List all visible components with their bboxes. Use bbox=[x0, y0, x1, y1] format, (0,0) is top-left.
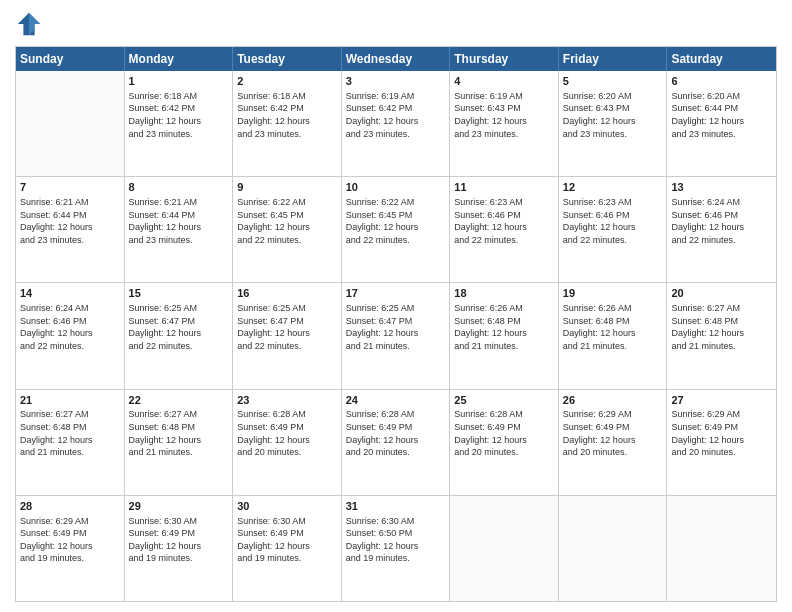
calendar-cell: 19Sunrise: 6:26 AMSunset: 6:48 PMDayligh… bbox=[559, 283, 668, 388]
day-info: Sunrise: 6:19 AMSunset: 6:43 PMDaylight:… bbox=[454, 90, 554, 140]
sunset-text: Sunset: 6:44 PM bbox=[671, 102, 772, 115]
sunset-text: Sunset: 6:42 PM bbox=[237, 102, 337, 115]
daylight-line1: Daylight: 12 hours bbox=[671, 434, 772, 447]
sunset-text: Sunset: 6:49 PM bbox=[671, 421, 772, 434]
day-number: 9 bbox=[237, 180, 337, 195]
header-day-thursday: Thursday bbox=[450, 47, 559, 71]
sunset-text: Sunset: 6:45 PM bbox=[346, 209, 446, 222]
daylight-line1: Daylight: 12 hours bbox=[237, 115, 337, 128]
day-info: Sunrise: 6:30 AMSunset: 6:49 PMDaylight:… bbox=[129, 515, 229, 565]
daylight-line1: Daylight: 12 hours bbox=[454, 115, 554, 128]
sunset-text: Sunset: 6:48 PM bbox=[563, 315, 663, 328]
daylight-line2: and 23 minutes. bbox=[237, 128, 337, 141]
daylight-line1: Daylight: 12 hours bbox=[563, 434, 663, 447]
daylight-line1: Daylight: 12 hours bbox=[671, 115, 772, 128]
sunset-text: Sunset: 6:43 PM bbox=[454, 102, 554, 115]
daylight-line2: and 23 minutes. bbox=[346, 128, 446, 141]
calendar-cell: 8Sunrise: 6:21 AMSunset: 6:44 PMDaylight… bbox=[125, 177, 234, 282]
day-info: Sunrise: 6:21 AMSunset: 6:44 PMDaylight:… bbox=[20, 196, 120, 246]
sunrise-text: Sunrise: 6:30 AM bbox=[346, 515, 446, 528]
daylight-line1: Daylight: 12 hours bbox=[20, 434, 120, 447]
daylight-line1: Daylight: 12 hours bbox=[129, 115, 229, 128]
sunset-text: Sunset: 6:44 PM bbox=[20, 209, 120, 222]
calendar-cell: 11Sunrise: 6:23 AMSunset: 6:46 PMDayligh… bbox=[450, 177, 559, 282]
calendar-cell: 31Sunrise: 6:30 AMSunset: 6:50 PMDayligh… bbox=[342, 496, 451, 601]
day-info: Sunrise: 6:22 AMSunset: 6:45 PMDaylight:… bbox=[237, 196, 337, 246]
daylight-line2: and 20 minutes. bbox=[237, 446, 337, 459]
sunrise-text: Sunrise: 6:26 AM bbox=[454, 302, 554, 315]
daylight-line2: and 22 minutes. bbox=[346, 234, 446, 247]
daylight-line1: Daylight: 12 hours bbox=[671, 221, 772, 234]
daylight-line2: and 20 minutes. bbox=[563, 446, 663, 459]
daylight-line2: and 22 minutes. bbox=[671, 234, 772, 247]
day-number: 20 bbox=[671, 286, 772, 301]
day-number: 28 bbox=[20, 499, 120, 514]
day-info: Sunrise: 6:20 AMSunset: 6:44 PMDaylight:… bbox=[671, 90, 772, 140]
calendar-cell: 7Sunrise: 6:21 AMSunset: 6:44 PMDaylight… bbox=[16, 177, 125, 282]
daylight-line2: and 21 minutes. bbox=[346, 340, 446, 353]
day-info: Sunrise: 6:29 AMSunset: 6:49 PMDaylight:… bbox=[20, 515, 120, 565]
sunrise-text: Sunrise: 6:29 AM bbox=[563, 408, 663, 421]
sunrise-text: Sunrise: 6:18 AM bbox=[129, 90, 229, 103]
day-info: Sunrise: 6:28 AMSunset: 6:49 PMDaylight:… bbox=[346, 408, 446, 458]
day-number: 10 bbox=[346, 180, 446, 195]
daylight-line1: Daylight: 12 hours bbox=[237, 540, 337, 553]
daylight-line2: and 20 minutes. bbox=[454, 446, 554, 459]
sunrise-text: Sunrise: 6:30 AM bbox=[237, 515, 337, 528]
daylight-line2: and 23 minutes. bbox=[129, 234, 229, 247]
day-number: 4 bbox=[454, 74, 554, 89]
sunrise-text: Sunrise: 6:27 AM bbox=[129, 408, 229, 421]
calendar-row-3: 14Sunrise: 6:24 AMSunset: 6:46 PMDayligh… bbox=[16, 282, 776, 388]
sunrise-text: Sunrise: 6:26 AM bbox=[563, 302, 663, 315]
daylight-line2: and 19 minutes. bbox=[129, 552, 229, 565]
daylight-line2: and 20 minutes. bbox=[346, 446, 446, 459]
daylight-line2: and 23 minutes. bbox=[454, 128, 554, 141]
calendar-cell: 27Sunrise: 6:29 AMSunset: 6:49 PMDayligh… bbox=[667, 390, 776, 495]
sunrise-text: Sunrise: 6:20 AM bbox=[671, 90, 772, 103]
sunrise-text: Sunrise: 6:27 AM bbox=[671, 302, 772, 315]
calendar-cell: 20Sunrise: 6:27 AMSunset: 6:48 PMDayligh… bbox=[667, 283, 776, 388]
calendar-cell: 21Sunrise: 6:27 AMSunset: 6:48 PMDayligh… bbox=[16, 390, 125, 495]
day-number: 19 bbox=[563, 286, 663, 301]
daylight-line2: and 21 minutes. bbox=[20, 446, 120, 459]
header-day-wednesday: Wednesday bbox=[342, 47, 451, 71]
daylight-line2: and 22 minutes. bbox=[454, 234, 554, 247]
day-number: 3 bbox=[346, 74, 446, 89]
daylight-line1: Daylight: 12 hours bbox=[129, 540, 229, 553]
calendar-cell: 12Sunrise: 6:23 AMSunset: 6:46 PMDayligh… bbox=[559, 177, 668, 282]
calendar-cell bbox=[559, 496, 668, 601]
sunrise-text: Sunrise: 6:19 AM bbox=[346, 90, 446, 103]
daylight-line2: and 20 minutes. bbox=[671, 446, 772, 459]
calendar-row-5: 28Sunrise: 6:29 AMSunset: 6:49 PMDayligh… bbox=[16, 495, 776, 601]
sunrise-text: Sunrise: 6:23 AM bbox=[454, 196, 554, 209]
sunset-text: Sunset: 6:49 PM bbox=[237, 421, 337, 434]
sunrise-text: Sunrise: 6:30 AM bbox=[129, 515, 229, 528]
calendar-row-1: 1Sunrise: 6:18 AMSunset: 6:42 PMDaylight… bbox=[16, 71, 776, 176]
calendar-cell: 30Sunrise: 6:30 AMSunset: 6:49 PMDayligh… bbox=[233, 496, 342, 601]
day-number: 30 bbox=[237, 499, 337, 514]
logo-icon bbox=[15, 10, 43, 38]
day-number: 22 bbox=[129, 393, 229, 408]
sunset-text: Sunset: 6:46 PM bbox=[454, 209, 554, 222]
day-number: 6 bbox=[671, 74, 772, 89]
calendar-cell bbox=[16, 71, 125, 176]
day-number: 23 bbox=[237, 393, 337, 408]
daylight-line2: and 22 minutes. bbox=[20, 340, 120, 353]
sunset-text: Sunset: 6:49 PM bbox=[454, 421, 554, 434]
day-number: 13 bbox=[671, 180, 772, 195]
header-day-tuesday: Tuesday bbox=[233, 47, 342, 71]
daylight-line1: Daylight: 12 hours bbox=[454, 434, 554, 447]
daylight-line1: Daylight: 12 hours bbox=[346, 434, 446, 447]
calendar-cell bbox=[667, 496, 776, 601]
daylight-line1: Daylight: 12 hours bbox=[237, 221, 337, 234]
day-info: Sunrise: 6:24 AMSunset: 6:46 PMDaylight:… bbox=[20, 302, 120, 352]
day-number: 8 bbox=[129, 180, 229, 195]
calendar-cell: 6Sunrise: 6:20 AMSunset: 6:44 PMDaylight… bbox=[667, 71, 776, 176]
daylight-line2: and 23 minutes. bbox=[671, 128, 772, 141]
day-number: 1 bbox=[129, 74, 229, 89]
sunrise-text: Sunrise: 6:27 AM bbox=[20, 408, 120, 421]
day-number: 5 bbox=[563, 74, 663, 89]
day-number: 29 bbox=[129, 499, 229, 514]
day-info: Sunrise: 6:23 AMSunset: 6:46 PMDaylight:… bbox=[454, 196, 554, 246]
sunset-text: Sunset: 6:44 PM bbox=[129, 209, 229, 222]
